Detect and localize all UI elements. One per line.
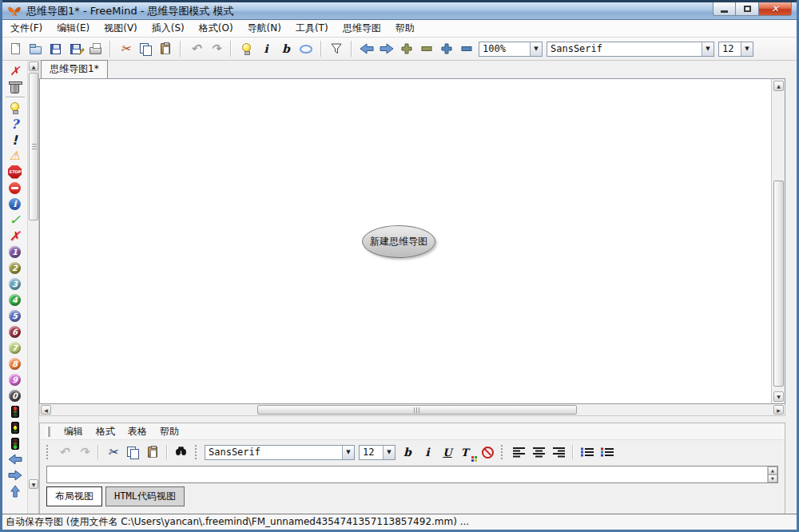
editor-find-button[interactable]: [173, 443, 189, 461]
copy-button[interactable]: [137, 40, 153, 58]
scroll-right-icon[interactable]: ▶: [773, 405, 784, 415]
icon-number-7[interactable]: 7: [5, 339, 26, 355]
menu-file[interactable]: 文件(F): [10, 22, 42, 35]
tab-mindmap1[interactable]: 思维导图1*: [41, 60, 108, 78]
icon-info[interactable]: i: [5, 196, 26, 212]
editor-bold-button[interactable]: b: [400, 443, 415, 461]
menu-mindmap[interactable]: 思维导图: [343, 22, 381, 35]
scroll-down-icon[interactable]: ▼: [29, 479, 38, 489]
zoom-select[interactable]: 100% ▼: [479, 42, 543, 57]
menu-navigate[interactable]: 导航(N): [248, 22, 281, 35]
icon-number-6[interactable]: 6: [5, 324, 26, 339]
close-button[interactable]: ✕: [758, 2, 792, 16]
menu-view[interactable]: 视图(V): [104, 22, 137, 35]
zoom-in-gray-button[interactable]: [399, 40, 415, 58]
editor-menu-format[interactable]: 格式: [96, 425, 115, 439]
icon-exclamation[interactable]: !: [5, 132, 26, 148]
icon-number-9[interactable]: 9: [5, 371, 26, 387]
editor-underline-button[interactable]: U: [439, 443, 455, 461]
menu-tools[interactable]: 工具(T): [296, 22, 328, 35]
menu-insert[interactable]: 插入(S): [152, 22, 185, 35]
canvas-vertical-scrollbar[interactable]: ▲ ▼: [771, 79, 785, 403]
icon-arrow-up[interactable]: [5, 483, 26, 499]
icon-ok[interactable]: ✓: [5, 212, 26, 228]
note-input-scrollbar[interactable]: ▲ ▼: [767, 466, 777, 482]
scroll-down-icon[interactable]: ▼: [773, 391, 784, 402]
save-as-button[interactable]: [67, 40, 83, 58]
numbered-list-button[interactable]: [599, 443, 615, 461]
tab-html-code-view[interactable]: HTML代码视图: [105, 486, 185, 506]
icon-arrow-right[interactable]: [5, 467, 26, 483]
editor-font-size-select[interactable]: 12 ▼: [359, 445, 396, 460]
scrollbar-thumb[interactable]: [29, 73, 38, 220]
chevron-down-icon[interactable]: ▼: [741, 42, 753, 56]
menu-help[interactable]: 帮助: [396, 22, 415, 35]
icon-idea[interactable]: [5, 100, 26, 116]
scroll-down-icon[interactable]: ▼: [768, 474, 777, 482]
chevron-down-icon[interactable]: ▼: [702, 42, 714, 56]
icon-number-0[interactable]: 0: [5, 387, 26, 403]
zoom-in-blue-button[interactable]: [439, 40, 455, 58]
drag-handle[interactable]: [46, 445, 50, 459]
chevron-down-icon[interactable]: ▼: [342, 446, 354, 459]
sidebar-scrollbar[interactable]: ▲ ▼: [27, 61, 38, 514]
open-map-button[interactable]: [27, 40, 43, 58]
bold-button[interactable]: b: [278, 40, 294, 58]
icon-number-5[interactable]: 5: [5, 308, 26, 324]
align-center-button[interactable]: [531, 443, 547, 461]
editor-font-color-button[interactable]: T: [459, 443, 475, 461]
save-map-button[interactable]: [47, 40, 63, 58]
align-left-button[interactable]: [511, 443, 527, 461]
icon-traffic-red[interactable]: [5, 403, 26, 419]
paste-button[interactable]: [157, 40, 173, 58]
editor-paste-button[interactable]: [145, 443, 161, 461]
editor-font-family-select[interactable]: SansSerif ▼: [205, 445, 355, 460]
icon-remove[interactable]: ✗: [5, 63, 26, 79]
navigate-back-button[interactable]: [359, 40, 375, 58]
icon-traffic-green[interactable]: [5, 435, 26, 451]
icon-number-1[interactable]: 1: [5, 244, 26, 260]
icon-stop[interactable]: STOP: [5, 164, 26, 180]
editor-menu-table[interactable]: 表格: [128, 425, 147, 439]
editor-redo-button[interactable]: ↷: [76, 443, 92, 461]
font-family-select[interactable]: SansSerif ▼: [547, 42, 714, 57]
scrollbar-thumb[interactable]: [257, 405, 577, 415]
editor-cut-button[interactable]: ✂: [105, 443, 121, 461]
zoom-out-gray-button[interactable]: [419, 40, 435, 58]
icon-number-2[interactable]: 2: [5, 260, 26, 276]
editor-undo-button[interactable]: ↶: [56, 443, 72, 461]
scrollbar-thumb[interactable]: [773, 181, 784, 387]
cloud-button[interactable]: [298, 40, 314, 58]
icon-help[interactable]: ?: [5, 116, 26, 132]
scroll-up-icon[interactable]: ▲: [29, 62, 38, 71]
icon-warning[interactable]: ⚠: [5, 148, 26, 164]
scroll-up-icon[interactable]: ▲: [768, 466, 777, 474]
icon-remove-all[interactable]: [5, 79, 26, 95]
align-right-button[interactable]: [551, 443, 566, 461]
scroll-up-icon[interactable]: ▲: [773, 81, 784, 91]
maximize-button[interactable]: [736, 2, 758, 16]
idea-icon-button[interactable]: [238, 40, 254, 58]
redo-button[interactable]: ↷: [208, 40, 224, 58]
scroll-left-icon[interactable]: ◀: [41, 405, 51, 415]
filter-button[interactable]: [328, 40, 344, 58]
editor-menu-help[interactable]: 帮助: [160, 425, 179, 439]
editor-remove-format-button[interactable]: [479, 443, 495, 461]
bullet-list-button[interactable]: [579, 443, 595, 461]
chevron-down-icon[interactable]: ▼: [383, 446, 395, 459]
tab-layout-view[interactable]: 布局视图: [46, 486, 102, 506]
icon-number-4[interactable]: 4: [5, 292, 26, 308]
icon-arrow-left[interactable]: [5, 451, 26, 467]
cut-button[interactable]: ✂: [117, 40, 133, 58]
editor-copy-button[interactable]: [125, 443, 141, 461]
menu-format[interactable]: 格式(O): [199, 22, 233, 35]
menu-edit[interactable]: 编辑(E): [57, 22, 89, 35]
new-map-button[interactable]: [7, 40, 23, 58]
drag-handle[interactable]: [195, 445, 199, 459]
minimize-button[interactable]: [713, 2, 736, 16]
icon-number-3[interactable]: 3: [5, 276, 26, 292]
canvas-horizontal-scrollbar[interactable]: ◀ ▶: [39, 403, 785, 416]
icon-not-ok[interactable]: ✗: [5, 228, 26, 244]
note-text-input[interactable]: [47, 466, 767, 482]
icon-number-8[interactable]: 8: [5, 355, 26, 371]
